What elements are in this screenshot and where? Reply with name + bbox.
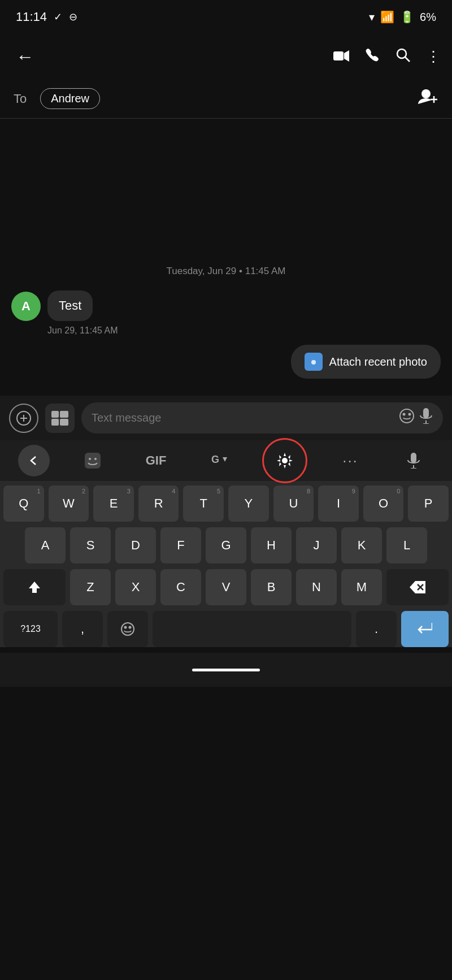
keyboard-back-button[interactable] — [18, 445, 50, 476]
key-m[interactable]: M — [341, 569, 382, 605]
add-attachment-button[interactable] — [9, 404, 38, 433]
svg-rect-20 — [423, 408, 429, 418]
battery-percent: 6% — [420, 11, 436, 24]
svg-point-24 — [89, 458, 91, 460]
to-field: To Andrew — [0, 79, 452, 119]
svg-point-4 — [421, 89, 431, 98]
svg-rect-0 — [333, 51, 344, 60]
key-e[interactable]: 3E — [93, 485, 134, 522]
key-x[interactable]: X — [115, 569, 156, 605]
keyboard-toolbar: GIF G ··· — [0, 440, 452, 481]
svg-marker-33 — [410, 581, 425, 593]
to-label: To — [14, 92, 27, 106]
settings-button[interactable] — [267, 443, 303, 479]
key-q[interactable]: 1Q — [3, 485, 44, 522]
home-indicator[interactable] — [192, 669, 260, 671]
media-button[interactable] — [45, 404, 75, 433]
sync-icon: ✓ — [54, 11, 62, 23]
key-w[interactable]: 2W — [49, 485, 89, 522]
chat-area: Tuesday, Jun 29 • 11:45 AM A Test Jun 29… — [0, 119, 452, 396]
svg-rect-9 — [311, 357, 316, 359]
svg-rect-15 — [51, 419, 59, 426]
key-n[interactable]: N — [296, 569, 337, 605]
space-key[interactable] — [153, 611, 351, 647]
attach-photo-button[interactable]: Attach recent photo — [291, 345, 441, 379]
settings-highlight — [262, 438, 307, 483]
chat-timestamp: Tuesday, Jun 29 • 11:45 AM — [11, 266, 441, 277]
svg-rect-14 — [60, 411, 68, 418]
key-o[interactable]: 0O — [363, 485, 404, 522]
battery-icon: 🔋 — [400, 10, 414, 24]
svg-point-25 — [94, 458, 97, 460]
key-z[interactable]: Z — [70, 569, 111, 605]
svg-point-28 — [282, 458, 288, 463]
key-s[interactable]: S — [70, 527, 111, 563]
more-tools-button[interactable]: ··· — [330, 445, 371, 476]
key-r[interactable]: 4R — [138, 485, 179, 522]
more-menu-button[interactable]: ⋮ — [426, 48, 441, 66]
key-a[interactable]: A — [25, 527, 66, 563]
dnd-icon: ⊖ — [69, 11, 77, 23]
keyboard-mic-button[interactable] — [393, 445, 434, 476]
key-g[interactable]: G — [206, 527, 246, 563]
svg-point-17 — [400, 409, 414, 423]
symbol-key[interactable]: ?123 — [3, 611, 58, 647]
emoji-button[interactable] — [399, 408, 415, 428]
svg-point-8 — [311, 360, 316, 365]
period-key[interactable]: . — [356, 611, 397, 647]
key-j[interactable]: J — [296, 527, 337, 563]
voice-input-button[interactable] — [419, 408, 433, 428]
gif-button[interactable]: GIF — [136, 445, 176, 476]
delete-key[interactable] — [386, 569, 449, 605]
svg-marker-27 — [223, 457, 227, 462]
phone-button[interactable] — [365, 47, 380, 66]
attach-photo-label: Attach recent photo — [329, 355, 427, 368]
search-button[interactable] — [395, 47, 410, 66]
svg-marker-32 — [29, 582, 40, 593]
video-call-button[interactable] — [333, 48, 349, 66]
shift-key[interactable] — [3, 569, 66, 605]
wifi-icon: ▾ — [369, 10, 375, 24]
recipient-chip[interactable]: Andrew — [40, 88, 100, 109]
add-contact-button[interactable] — [418, 88, 438, 109]
svg-point-36 — [121, 623, 134, 635]
back-button[interactable]: ← — [11, 42, 38, 72]
key-row-4: ?123 , . — [3, 611, 449, 647]
svg-rect-16 — [60, 419, 68, 426]
message-time: Jun 29, 11:45 AM — [47, 326, 441, 336]
key-row-2: A S D F G H J K L — [3, 527, 449, 563]
key-h[interactable]: H — [251, 527, 292, 563]
text-message-input[interactable] — [92, 411, 394, 424]
status-time: 11:14 — [16, 10, 47, 24]
key-b[interactable]: B — [251, 569, 292, 605]
key-d[interactable]: D — [115, 527, 156, 563]
key-f[interactable]: F — [160, 527, 201, 563]
sticker-button[interactable] — [72, 445, 113, 476]
key-k[interactable]: K — [341, 527, 382, 563]
svg-rect-29 — [411, 453, 416, 463]
key-t[interactable]: 5T — [183, 485, 224, 522]
key-i[interactable]: 9I — [318, 485, 359, 522]
svg-rect-23 — [85, 453, 101, 469]
svg-point-19 — [409, 414, 411, 415]
key-p[interactable]: P — [408, 485, 449, 522]
keyboard: 1Q 2W 3E 4R 5T Y 8U 9I 0O P A S D F G H … — [0, 481, 452, 647]
comma-key[interactable]: , — [62, 611, 103, 647]
attach-photo-icon — [305, 353, 323, 371]
key-l[interactable]: L — [386, 527, 427, 563]
translate-button[interactable]: G — [199, 445, 240, 476]
bottom-bar — [0, 653, 452, 687]
input-row — [0, 396, 452, 440]
key-v[interactable]: V — [206, 569, 246, 605]
svg-point-37 — [125, 627, 127, 628]
key-u[interactable]: 8U — [273, 485, 314, 522]
emoji-key[interactable] — [107, 611, 148, 647]
avatar: A — [11, 292, 41, 321]
key-y[interactable]: Y — [228, 485, 269, 522]
enter-key[interactable] — [401, 611, 449, 647]
svg-point-38 — [129, 627, 131, 628]
svg-line-3 — [405, 57, 410, 62]
message-row: A Test — [11, 290, 441, 321]
key-c[interactable]: C — [160, 569, 201, 605]
svg-point-2 — [397, 49, 406, 58]
